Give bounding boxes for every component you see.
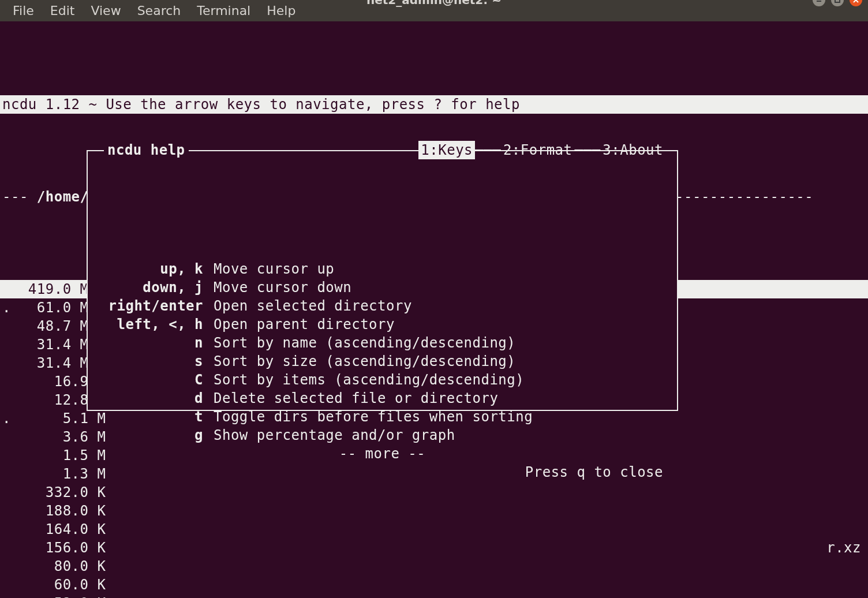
help-key: n	[93, 334, 214, 352]
help-title: ncdu help	[104, 141, 189, 159]
entry-text: 60.0 K	[2, 575, 123, 594]
help-desc: Move cursor down	[214, 278, 671, 297]
help-key-row: sSort by size (ascending/descending)	[93, 352, 671, 371]
ncdu-help-dialog: ncdu help 1:Keys───2:Format───3:About up…	[87, 150, 678, 411]
help-key: C	[93, 371, 214, 389]
help-tab[interactable]: 3:About	[600, 141, 665, 159]
help-key-row: dDelete selected file or directory	[93, 389, 671, 408]
help-tab[interactable]: 1:Keys	[418, 141, 475, 159]
help-body: up, kMove cursor updown, jMove cursor do…	[88, 225, 677, 486]
menu-help[interactable]: Help	[259, 0, 304, 21]
entry-text: 80.0 K	[2, 557, 123, 575]
window-title: net2_admin@net2: ~	[366, 0, 502, 7]
help-tabs: 1:Keys───2:Format───3:About	[418, 141, 665, 159]
help-key: down, j	[93, 278, 214, 297]
help-key: d	[93, 389, 214, 408]
ncdu-entry[interactable]: 80.0 K	[0, 557, 868, 575]
help-desc: Show percentage and/or graph	[214, 426, 671, 444]
help-desc: Open parent directory	[214, 315, 671, 334]
entry-tail: r.xz	[826, 539, 861, 557]
help-spacer	[93, 241, 671, 260]
help-key-row: right/enterOpen selected directory	[93, 297, 671, 315]
svg-rect-1	[835, 0, 840, 2]
help-desc: Open selected directory	[214, 297, 671, 315]
help-desc: Toggle dirs before files when sorting	[214, 408, 671, 426]
menu-search[interactable]: Search	[129, 0, 189, 21]
help-desc: Move cursor up	[214, 260, 671, 278]
help-desc: Sort by name (ascending/descending)	[214, 334, 671, 352]
help-desc: Sort by items (ascending/descending)	[214, 371, 671, 389]
help-key: up, k	[93, 260, 214, 278]
help-key: s	[93, 352, 214, 371]
help-key-row: gShow percentage and/or graph	[93, 426, 671, 444]
help-key-row: down, jMove cursor down	[93, 278, 671, 297]
ncdu-header: ncdu 1.12 ~ Use the arrow keys to naviga…	[0, 95, 868, 114]
window-controls	[813, 0, 862, 6]
close-icon	[852, 0, 859, 3]
help-key-row: nSort by name (ascending/descending)	[93, 334, 671, 352]
maximize-icon	[834, 0, 841, 3]
help-tab-separator: ───	[475, 141, 501, 159]
help-key-row: tToggle dirs before files when sorting	[93, 408, 671, 426]
help-key-row: CSort by items (ascending/descending)	[93, 371, 671, 389]
terminal-area[interactable]: ncdu 1.12 ~ Use the arrow keys to naviga…	[0, 21, 868, 598]
menu-view[interactable]: View	[83, 0, 129, 21]
ncdu-entry[interactable]: 60.0 K	[0, 575, 868, 594]
help-desc: Delete selected file or directory	[214, 389, 671, 408]
help-desc: Sort by size (ascending/descending)	[214, 352, 671, 371]
entry-text: 156.0 K	[2, 539, 123, 557]
minimize-icon	[815, 0, 822, 3]
menu-terminal[interactable]: Terminal	[189, 0, 259, 21]
help-tab[interactable]: 2:Format	[501, 141, 575, 159]
path-prefix: ---	[2, 188, 37, 206]
help-key-row: up, kMove cursor up	[93, 260, 671, 278]
ncdu-entry[interactable]: 156.0 K r.xz	[0, 539, 868, 557]
minimize-button[interactable]	[813, 0, 825, 6]
entry-text: 52.0 K	[2, 594, 123, 598]
maximize-button[interactable]	[831, 0, 844, 6]
menu-edit[interactable]: Edit	[42, 0, 83, 21]
help-key: left, <, h	[93, 315, 214, 334]
close-button[interactable]	[850, 0, 862, 6]
terminal-window: net2_admin@net2: ~ File Edit View Search…	[0, 0, 868, 598]
help-key: right/enter	[93, 297, 214, 315]
ncdu-entry[interactable]: 52.0 K	[0, 594, 868, 598]
help-key-row: left, <, hOpen parent directory	[93, 315, 671, 334]
help-tab-separator: ───	[574, 141, 600, 159]
help-key: g	[93, 426, 214, 444]
help-more[interactable]: -- more --	[93, 444, 671, 463]
help-close-hint: Press q to close	[93, 463, 671, 481]
menu-file[interactable]: File	[5, 0, 42, 21]
help-key: t	[93, 408, 214, 426]
